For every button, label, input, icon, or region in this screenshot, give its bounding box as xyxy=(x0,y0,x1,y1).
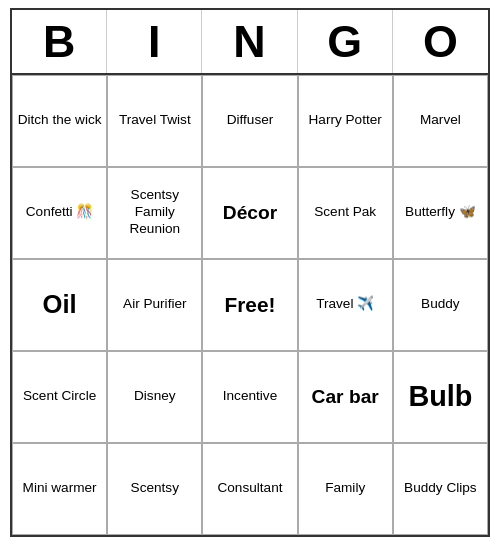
bingo-cell: Air Purifier xyxy=(107,259,202,351)
bingo-cell: Consultant xyxy=(202,443,297,535)
bingo-header: BINGO xyxy=(12,10,488,75)
cell-text: Consultant xyxy=(217,480,282,497)
bingo-cell: Scentsy Family Reunion xyxy=(107,167,202,259)
bingo-cell: Disney xyxy=(107,351,202,443)
bingo-cell: Diffuser xyxy=(202,75,297,167)
bingo-cell: Confetti 🎊 xyxy=(12,167,107,259)
header-letter: B xyxy=(12,10,107,73)
cell-text: Travel Twist xyxy=(119,112,191,129)
cell-text: Scent Circle xyxy=(23,388,96,405)
bingo-cell: Free! xyxy=(202,259,297,351)
cell-text: Family xyxy=(325,480,365,497)
bingo-grid: Ditch the wickTravel TwistDiffuserHarry … xyxy=(12,75,488,535)
bingo-cell: Travel ✈️ xyxy=(298,259,393,351)
cell-text: Décor xyxy=(223,201,277,225)
bingo-cell: Buddy Clips xyxy=(393,443,488,535)
cell-text: Bulb xyxy=(408,379,472,415)
cell-text: Travel ✈️ xyxy=(316,296,374,313)
cell-text: Diffuser xyxy=(227,112,274,129)
bingo-cell: Travel Twist xyxy=(107,75,202,167)
cell-text: Free! xyxy=(225,292,276,318)
cell-text: Scentsy Family Reunion xyxy=(112,187,197,238)
bingo-cell: Buddy xyxy=(393,259,488,351)
bingo-cell: Incentive xyxy=(202,351,297,443)
header-letter: O xyxy=(393,10,488,73)
cell-text: Oil xyxy=(43,289,77,321)
cell-text: Incentive xyxy=(223,388,277,405)
cell-text: Confetti 🎊 xyxy=(26,204,94,221)
cell-text: Buddy Clips xyxy=(404,480,477,497)
cell-text: Disney xyxy=(134,388,176,405)
bingo-cell: Marvel xyxy=(393,75,488,167)
cell-text: Scentsy xyxy=(131,480,179,497)
bingo-cell: Décor xyxy=(202,167,297,259)
header-letter: G xyxy=(298,10,393,73)
cell-text: Ditch the wick xyxy=(18,112,102,129)
cell-text: Car bar xyxy=(312,385,379,409)
bingo-cell: Oil xyxy=(12,259,107,351)
bingo-cell: Ditch the wick xyxy=(12,75,107,167)
bingo-cell: Butterfly 🦋 xyxy=(393,167,488,259)
bingo-cell: Scent Circle xyxy=(12,351,107,443)
cell-text: Harry Potter xyxy=(309,112,382,129)
cell-text: Air Purifier xyxy=(123,296,186,313)
bingo-cell: Family xyxy=(298,443,393,535)
bingo-cell: Car bar xyxy=(298,351,393,443)
bingo-card: BINGO Ditch the wickTravel TwistDiffuser… xyxy=(10,8,490,537)
bingo-cell: Mini warmer xyxy=(12,443,107,535)
bingo-cell: Harry Potter xyxy=(298,75,393,167)
cell-text: Buddy xyxy=(421,296,460,313)
cell-text: Butterfly 🦋 xyxy=(405,204,476,221)
bingo-cell: Bulb xyxy=(393,351,488,443)
cell-text: Marvel xyxy=(420,112,461,129)
bingo-cell: Scent Pak xyxy=(298,167,393,259)
bingo-cell: Scentsy xyxy=(107,443,202,535)
cell-text: Mini warmer xyxy=(23,480,97,497)
header-letter: N xyxy=(202,10,297,73)
header-letter: I xyxy=(107,10,202,73)
cell-text: Scent Pak xyxy=(314,204,376,221)
